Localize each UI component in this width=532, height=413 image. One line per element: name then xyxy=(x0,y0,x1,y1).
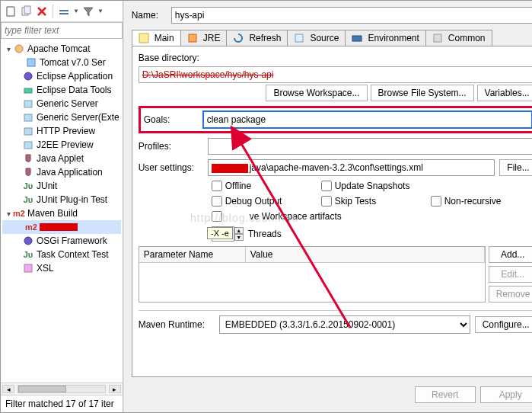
svg-rect-0 xyxy=(7,7,14,16)
filter-icon[interactable] xyxy=(82,5,94,18)
svg-rect-2 xyxy=(24,6,30,14)
name-input[interactable] xyxy=(171,7,532,24)
tree-item[interactable]: ▾Apache Tomcat xyxy=(2,42,121,56)
tab-source[interactable]: Source xyxy=(287,30,346,46)
svg-rect-11 xyxy=(24,128,32,135)
tree-item[interactable]: Generic Server(Exte xyxy=(2,110,121,124)
tree-item[interactable]: JυJUnit Plug-in Test xyxy=(2,193,121,206)
svg-rect-3 xyxy=(59,10,68,11)
parameter-table[interactable]: Parameter Name Value xyxy=(139,246,486,303)
remove-button[interactable]: Remove xyxy=(489,286,532,303)
duplicate-icon[interactable] xyxy=(21,5,33,18)
goals-input[interactable] xyxy=(203,111,532,128)
tree-item[interactable]: XSL xyxy=(2,261,121,275)
param-name-header: Parameter Name xyxy=(139,247,246,262)
tab-jre[interactable]: JRE xyxy=(180,30,228,46)
tab-main[interactable]: Main xyxy=(132,30,181,46)
debug-tooltip: -X -e xyxy=(207,227,233,239)
svg-rect-10 xyxy=(24,114,32,121)
configure-button[interactable]: Configure... xyxy=(475,316,532,333)
browse-workspace-button[interactable]: Browse Workspace... xyxy=(266,85,367,101)
svg-rect-14 xyxy=(24,264,32,272)
right-panel: Name: Main JRE Refresh Source Environmen… xyxy=(123,1,532,412)
user-settings-label: User settings: xyxy=(139,162,203,173)
tab-environment[interactable]: Environment xyxy=(345,30,425,46)
tree-item[interactable]: Java Applet xyxy=(2,152,121,165)
svg-rect-8 xyxy=(24,88,32,93)
goals-label: Goals: xyxy=(144,114,199,125)
user-settings-input[interactable]: java\apache-maven-3.2.3\conf\settings.xm… xyxy=(208,159,495,176)
tab-refresh[interactable]: Refresh xyxy=(226,30,288,46)
tree-item[interactable]: OSGi Framework xyxy=(2,234,121,248)
variables-button[interactable]: Variables... xyxy=(477,85,532,101)
revert-button[interactable]: Revert xyxy=(415,386,476,403)
tree-item-maven-build[interactable]: ▾m2Maven Build xyxy=(2,206,121,220)
non-recursive-checkbox[interactable]: Non-recursive xyxy=(431,196,532,206)
maven-runtime-label: Maven Runtime: xyxy=(139,319,215,330)
svg-rect-16 xyxy=(189,34,196,42)
delete-icon[interactable] xyxy=(36,5,48,18)
left-toolbar: ▼ ▼ xyxy=(1,1,123,22)
tree-item[interactable]: Java Application xyxy=(2,165,121,179)
tree-item[interactable]: HTTP Preview xyxy=(2,124,121,138)
profiles-label: Profiles: xyxy=(139,141,203,152)
param-value-header: Value xyxy=(246,247,485,262)
left-panel: ▼ ▼ ▾Apache Tomcat Tomcat v7.0 Ser Eclip… xyxy=(1,1,123,412)
filter-status: Filter matched 17 of 17 iter xyxy=(1,395,123,412)
resolve-workspace-checkbox[interactable]: Resove Workspace artifacts xyxy=(212,211,532,222)
threads-label: Threads xyxy=(248,229,282,239)
tree-hscrollbar[interactable]: ◂▸ xyxy=(1,383,123,395)
profiles-input[interactable] xyxy=(208,138,532,155)
goals-highlight: Goals: xyxy=(139,106,532,133)
svg-point-7 xyxy=(24,72,32,80)
tree-item[interactable]: JυJUnit xyxy=(2,179,121,193)
svg-rect-18 xyxy=(352,36,362,41)
update-snapshots-checkbox[interactable]: Update Snapshots xyxy=(321,181,428,191)
tree-item[interactable]: Eclipse Application xyxy=(2,69,121,83)
debug-output-checkbox[interactable]: Debug Output xyxy=(212,196,318,206)
tree-item[interactable]: Tomcat v7.0 Ser xyxy=(2,56,121,69)
tree-item[interactable]: Eclipse Data Tools xyxy=(2,83,121,97)
config-tabs: Main JRE Refresh Source Environment Comm… xyxy=(132,30,532,46)
add-button[interactable]: Add... xyxy=(489,246,532,263)
svg-rect-9 xyxy=(24,101,32,107)
tree-item[interactable]: J2EE Preview xyxy=(2,138,121,152)
browse-file-system-button[interactable]: Browse File System... xyxy=(371,85,474,101)
svg-rect-17 xyxy=(295,34,303,42)
svg-rect-4 xyxy=(59,13,68,14)
config-tree[interactable]: ▾Apache Tomcat Tomcat v7.0 Ser Eclipse A… xyxy=(1,39,123,383)
tree-item-selected[interactable]: m2 xyxy=(2,220,121,234)
name-label: Name: xyxy=(132,10,167,21)
base-directory-input[interactable]: D:\JaSRI\workspace/hys/hys-api xyxy=(139,66,532,83)
svg-rect-12 xyxy=(24,142,32,149)
edit-button[interactable]: Edit... xyxy=(489,266,532,283)
tree-item[interactable]: Generic Server xyxy=(2,97,121,110)
skip-tests-checkbox[interactable]: Skip Tests xyxy=(321,196,428,206)
svg-point-5 xyxy=(15,45,23,53)
maven-runtime-select[interactable]: EMBEDDED (3.3.3/1.6.2.20150902-0001) xyxy=(219,315,470,334)
base-directory-label: Base directory: xyxy=(139,53,532,63)
tab-common[interactable]: Common xyxy=(425,30,492,46)
svg-point-13 xyxy=(24,237,32,245)
tree-item[interactable]: JυTask Context Test xyxy=(2,248,121,261)
new-config-icon[interactable] xyxy=(5,5,18,18)
filter-input[interactable] xyxy=(1,22,123,39)
main-tab-body: Base directory: D:\JaSRI\workspace/hys/h… xyxy=(132,46,532,377)
svg-rect-15 xyxy=(139,34,148,43)
file-button[interactable]: File... xyxy=(499,159,532,176)
apply-button[interactable]: Apply xyxy=(480,386,532,403)
offline-checkbox[interactable]: Offline xyxy=(212,181,318,191)
svg-rect-19 xyxy=(434,34,441,42)
svg-rect-6 xyxy=(27,59,35,66)
collapse-icon[interactable] xyxy=(58,5,70,18)
